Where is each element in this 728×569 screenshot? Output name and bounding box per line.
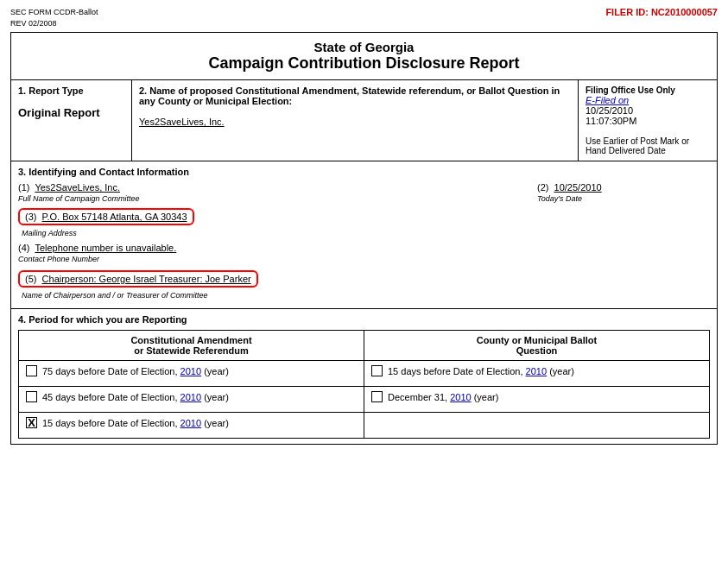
period-col2-row3 bbox=[364, 413, 710, 439]
period-col1-header: Constitutional Amendment or Statewide Re… bbox=[19, 331, 364, 361]
top-bar: SEC FORM CCDR-Ballot REV 02/2008 FILER I… bbox=[10, 7, 718, 28]
contact-item2-value: 10/25/2010 bbox=[554, 182, 602, 193]
period-col1-row3: X 15 days before Date of Election, 2010 … bbox=[19, 413, 364, 439]
contact-item4-label: (4) bbox=[18, 243, 29, 253]
contact-item4-value: Telephone number is unavailable. bbox=[35, 243, 176, 253]
period-col2-row1: 15 days before Date of Election, 2010 (y… bbox=[364, 361, 710, 387]
checkbox-3[interactable]: X bbox=[26, 417, 37, 428]
efiled-date: 10/25/2010 bbox=[586, 105, 710, 116]
form-id-line1: SEC FORM CCDR-Ballot bbox=[10, 7, 98, 18]
period-title: 4. Period for which you are Reporting bbox=[18, 314, 710, 325]
table-row: X 15 days before Date of Election, 2010 … bbox=[19, 413, 710, 439]
contact-item5-value: Chairperson: George Israel Treasurer: Jo… bbox=[42, 274, 251, 284]
contact-item5-red-border: (5) Chairperson: George Israel Treasurer… bbox=[18, 270, 258, 288]
ballot-question-cell: 2. Name of proposed Constitutional Amend… bbox=[132, 80, 579, 161]
report-title: Campaign Contribution Disclosure Report bbox=[15, 54, 713, 73]
contact-row-3: (3) P.O. Box 57148 Atlanta, GA 30343 Mai… bbox=[18, 206, 710, 237]
form-id-line2: REV 02/2008 bbox=[10, 18, 98, 29]
checkbox-5[interactable] bbox=[371, 391, 383, 402]
period-section: 4. Period for which you are Reporting Co… bbox=[10, 309, 718, 445]
period-table: Constitutional Amendment or Statewide Re… bbox=[18, 330, 710, 439]
state-title: State of Georgia bbox=[15, 40, 713, 54]
contact-item3-value: P.O. Box 57148 Atlanta, GA 30343 bbox=[42, 212, 187, 222]
checkbox-row-4: 15 days before Date of Election, 2010 (y… bbox=[371, 365, 702, 376]
checkbox-row-2: 45 days before Date of Election, 2010 (y… bbox=[26, 391, 357, 402]
contact-item3-red-border: (3) P.O. Box 57148 Atlanta, GA 30343 bbox=[18, 208, 194, 225]
report-type-value: Original Report bbox=[18, 106, 124, 119]
contact-item2-label: (2) bbox=[537, 182, 548, 193]
period-col1-row1: 75 days before Date of Election, 2010 (y… bbox=[19, 361, 364, 387]
checkbox-2[interactable] bbox=[26, 391, 37, 402]
filing-note: Use Earlier of Post Mark or Hand Deliver… bbox=[586, 136, 710, 155]
contact-row-4: (4) Telephone number is unavailable. Con… bbox=[18, 243, 710, 263]
header-section-row: 1. Report Type Original Report 2. Name o… bbox=[10, 80, 718, 161]
checkbox-4[interactable] bbox=[371, 365, 383, 376]
contact-item5-sublabel: Name of Chairperson and / or Treasurer o… bbox=[22, 291, 207, 300]
contact-item3-sublabel: Mailing Address bbox=[22, 229, 77, 237]
main-title: State of Georgia Campaign Contribution D… bbox=[10, 32, 718, 80]
contact-item1-value: Yes2SaveLives, Inc. bbox=[35, 182, 120, 193]
report-type-cell: 1. Report Type Original Report bbox=[11, 80, 132, 161]
contact-row-1: (1) Yes2SaveLives, Inc. Full Name of Cam… bbox=[18, 182, 710, 203]
period-col1-row2: 45 days before Date of Election, 2010 (y… bbox=[19, 387, 364, 413]
contact-item1-sublabel: Full Name of Campaign Committee bbox=[18, 194, 140, 203]
ballot-question-value: Yes2SaveLives, Inc. bbox=[139, 117, 571, 127]
contact-item5-label: (5) bbox=[25, 274, 36, 284]
contact-item1-label: (1) bbox=[18, 182, 29, 193]
period-col2-row2: December 31, 2010 (year) bbox=[364, 387, 710, 413]
contact-item3-label: (3) bbox=[25, 212, 36, 222]
checkbox-row-1: 75 days before Date of Election, 2010 (y… bbox=[26, 365, 357, 376]
report-type-label: 1. Report Type bbox=[18, 85, 124, 96]
table-row: 45 days before Date of Election, 2010 (y… bbox=[19, 387, 710, 413]
contact-item-1: (1) Yes2SaveLives, Inc. Full Name of Cam… bbox=[18, 182, 537, 203]
checkbox-1[interactable] bbox=[26, 365, 37, 376]
filing-office-label: Filing Office Use Only bbox=[586, 85, 710, 95]
filing-office-cell: Filing Office Use Only E-Filed on 10/25/… bbox=[579, 80, 717, 161]
efiled-time: 11:07:30PM bbox=[586, 116, 710, 126]
contact-item2-sublabel: Today's Date bbox=[537, 194, 582, 203]
efiled-label: E-Filed on bbox=[586, 95, 710, 105]
period-col2-header: County or Municipal Ballot Question bbox=[364, 331, 710, 361]
form-id: SEC FORM CCDR-Ballot REV 02/2008 bbox=[10, 7, 98, 28]
table-row: 75 days before Date of Election, 2010 (y… bbox=[19, 361, 710, 387]
contact-row-5: (5) Chairperson: George Israel Treasurer… bbox=[18, 269, 710, 300]
ballot-question-label: 2. Name of proposed Constitutional Amend… bbox=[139, 85, 571, 106]
checkbox-row-5: December 31, 2010 (year) bbox=[371, 391, 702, 402]
contact-section: 3. Identifying and Contact Information (… bbox=[10, 161, 718, 309]
contact-title: 3. Identifying and Contact Information bbox=[18, 167, 710, 177]
checkbox-row-3: X 15 days before Date of Election, 2010 … bbox=[26, 417, 357, 428]
filer-id: FILER ID: NC2010000057 bbox=[605, 7, 718, 17]
contact-item4-sublabel: Contact Phone Number bbox=[18, 255, 99, 263]
contact-item-2: (2) 10/25/2010 Today's Date bbox=[537, 182, 710, 203]
